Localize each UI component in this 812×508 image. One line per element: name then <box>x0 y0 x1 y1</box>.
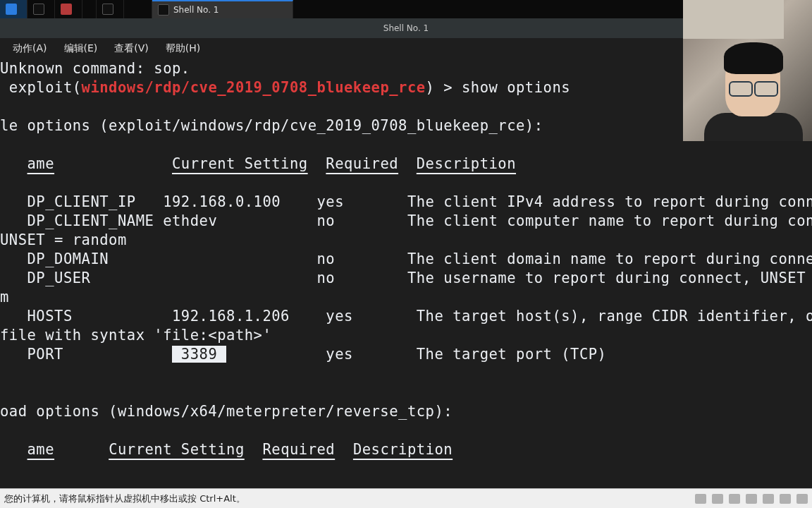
vm-statusbar: 您的计算机，请将鼠标指针从虚拟机中移出或按 Ctrl+Alt。 <box>0 488 812 508</box>
term-line: oad options (windows/x64/meterpreter/rev… <box>0 403 453 420</box>
opt-row: DP_DOMAIN no The client domain name to r… <box>0 250 812 267</box>
status-icon[interactable] <box>780 494 791 504</box>
term-line: UNSET = random <box>0 231 127 248</box>
term-line: le options (exploit/windows/rdp/cve_2019… <box>0 117 543 134</box>
exploit-path: windows/rdp/cve_2019_0708_bluekeep_rce <box>82 79 426 96</box>
status-icon[interactable] <box>729 494 740 504</box>
menu-help[interactable]: 帮助(H) <box>159 40 207 58</box>
menu-view[interactable]: 查看(V) <box>107 40 156 58</box>
window-title: Shell No. 1 <box>383 23 429 33</box>
menu-action[interactable]: 动作(A) <box>6 40 54 58</box>
panel-app-1[interactable] <box>0 0 27 18</box>
terminal-icon <box>158 4 169 16</box>
panel-separator <box>82 0 97 18</box>
status-icon[interactable] <box>695 494 706 504</box>
webcam-overlay <box>683 0 812 141</box>
opt-row: PORT 3389 yes The target port (TCP) <box>0 346 606 363</box>
opt-row: DP_USER no The username to report during… <box>0 270 812 286</box>
panel-app-4[interactable] <box>97 0 124 18</box>
term-line: m <box>0 289 9 306</box>
term-header: ame Current Setting Required Description <box>0 155 516 172</box>
taskbar-tab-label: Shell No. 1 <box>173 5 219 15</box>
panel-gap <box>124 0 152 18</box>
opt-row: DP_CLIENT_NAME ethdev no The client comp… <box>0 212 812 229</box>
taskbar-tab-shell[interactable]: Shell No. 1 <box>152 0 293 18</box>
term-line: exploit(windows/rdp/cve_2019_0708_blueke… <box>0 79 570 96</box>
menu-edit[interactable]: 编辑(E) <box>57 40 105 58</box>
term-line: file with syntax 'file:<path>' <box>0 327 271 344</box>
panel-app-2[interactable] <box>27 0 55 18</box>
term-header: ame Current Setting Required Description <box>0 441 453 458</box>
status-icon[interactable] <box>763 494 774 504</box>
opt-row: DP_CLIENT_IP 192.168.0.100 yes The clien… <box>0 193 812 210</box>
term-line: Unknown command: sop. <box>0 60 190 77</box>
opt-row: HOSTS 192.168.1.206 yes The target host(… <box>0 308 812 325</box>
status-icon[interactable] <box>712 494 723 504</box>
status-icon[interactable] <box>746 494 757 504</box>
panel-app-3[interactable] <box>55 0 82 18</box>
status-icon[interactable] <box>796 494 808 504</box>
vm-status-text: 您的计算机，请将鼠标指针从虚拟机中移出或按 Ctrl+Alt。 <box>4 492 245 505</box>
